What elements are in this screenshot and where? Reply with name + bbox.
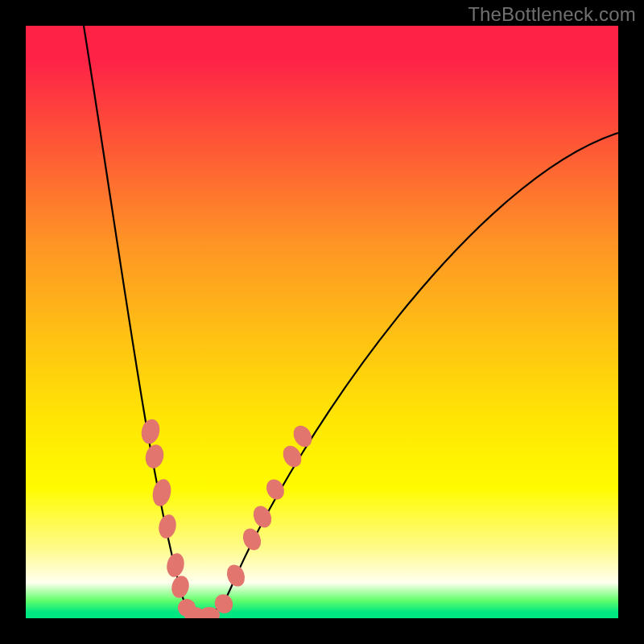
chart-frame: TheBottleneck.com (0, 0, 644, 644)
bottleneck-curve (26, 26, 618, 618)
plot-area (26, 26, 618, 618)
watermark-text: TheBottleneck.com (468, 3, 636, 26)
